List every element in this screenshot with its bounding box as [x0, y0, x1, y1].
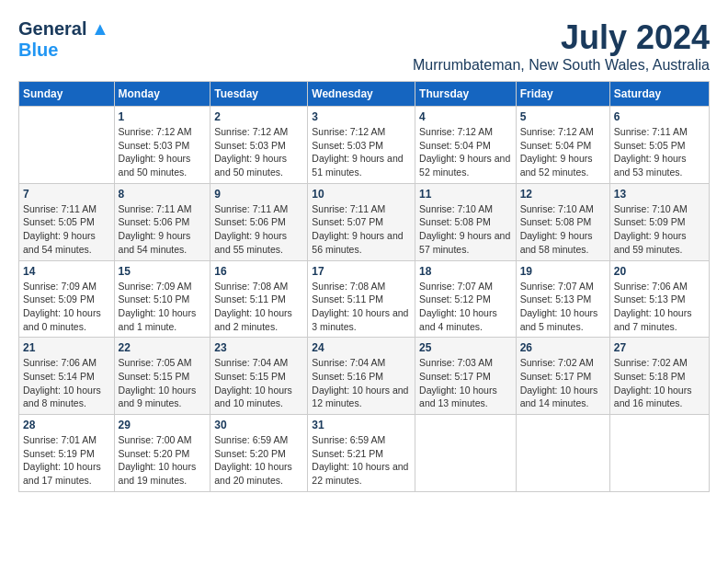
day-number: 31 [312, 419, 411, 431]
day-info: Sunrise: 7:07 AMSunset: 5:13 PMDaylight:… [520, 280, 606, 334]
calendar-header-row: SundayMondayTuesdayWednesdayThursdayFrid… [19, 82, 710, 107]
day-info: Sunrise: 7:09 AMSunset: 5:10 PMDaylight:… [119, 280, 207, 334]
day-info: Sunrise: 7:00 AMSunset: 5:20 PMDaylight:… [119, 433, 207, 488]
location-subtitle: Murrumbateman, New South Wales, Australi… [413, 57, 710, 74]
calendar-cell: 19Sunrise: 7:07 AMSunset: 5:13 PMDayligh… [516, 260, 609, 338]
logo-general: General [18, 18, 86, 39]
calendar-cell: 30Sunrise: 6:59 AMSunset: 5:20 PMDayligh… [210, 415, 308, 492]
day-number: 5 [520, 110, 606, 123]
day-number: 22 [119, 341, 207, 354]
day-number: 9 [214, 188, 303, 201]
day-number: 4 [419, 110, 512, 123]
calendar-cell: 31Sunrise: 6:59 AMSunset: 5:21 PMDayligh… [308, 415, 415, 492]
calendar-week-row: 21Sunrise: 7:06 AMSunset: 5:14 PMDayligh… [19, 338, 710, 415]
calendar-cell: 22Sunrise: 7:05 AMSunset: 5:15 PMDayligh… [114, 338, 210, 415]
column-header-thursday: Thursday [415, 82, 517, 107]
calendar-cell: 8Sunrise: 7:11 AMSunset: 5:06 PMDaylight… [114, 183, 210, 260]
logo-blue: Blue [18, 40, 58, 60]
column-header-sunday: Sunday [19, 82, 115, 107]
calendar-cell: 14Sunrise: 7:09 AMSunset: 5:09 PMDayligh… [19, 260, 115, 338]
day-info: Sunrise: 7:07 AMSunset: 5:12 PMDaylight:… [419, 280, 512, 334]
day-info: Sunrise: 7:02 AMSunset: 5:18 PMDaylight:… [614, 356, 705, 410]
day-number: 18 [419, 265, 512, 278]
day-number: 1 [119, 110, 207, 123]
calendar-cell [609, 415, 709, 492]
calendar-cell: 28Sunrise: 7:01 AMSunset: 5:19 PMDayligh… [19, 415, 115, 492]
calendar-cell: 21Sunrise: 7:06 AMSunset: 5:14 PMDayligh… [19, 338, 115, 415]
column-header-wednesday: Wednesday [308, 82, 415, 107]
day-number: 12 [520, 188, 606, 201]
calendar-cell: 9Sunrise: 7:11 AMSunset: 5:06 PMDaylight… [210, 183, 308, 260]
calendar-cell: 1Sunrise: 7:12 AMSunset: 5:03 PMDaylight… [114, 107, 210, 184]
day-number: 13 [614, 188, 705, 201]
calendar-cell: 24Sunrise: 7:04 AMSunset: 5:16 PMDayligh… [308, 338, 415, 415]
calendar-cell: 25Sunrise: 7:03 AMSunset: 5:17 PMDayligh… [415, 338, 517, 415]
day-info: Sunrise: 7:06 AMSunset: 5:14 PMDaylight:… [23, 356, 110, 410]
calendar-cell: 5Sunrise: 7:12 AMSunset: 5:04 PMDaylight… [516, 107, 609, 184]
calendar-cell: 16Sunrise: 7:08 AMSunset: 5:11 PMDayligh… [210, 260, 308, 338]
calendar-cell: 11Sunrise: 7:10 AMSunset: 5:08 PMDayligh… [415, 183, 517, 260]
day-info: Sunrise: 7:04 AMSunset: 5:15 PMDaylight:… [214, 356, 303, 410]
calendar-cell: 2Sunrise: 7:12 AMSunset: 5:03 PMDaylight… [210, 107, 308, 184]
day-info: Sunrise: 7:04 AMSunset: 5:16 PMDaylight:… [312, 356, 411, 410]
day-number: 6 [614, 110, 705, 123]
calendar-cell: 26Sunrise: 7:02 AMSunset: 5:17 PMDayligh… [516, 338, 609, 415]
calendar-cell [19, 107, 115, 184]
day-number: 15 [119, 265, 207, 278]
calendar-week-row: 14Sunrise: 7:09 AMSunset: 5:09 PMDayligh… [19, 260, 710, 338]
day-number: 27 [614, 341, 705, 354]
calendar-table: SundayMondayTuesdayWednesdayThursdayFrid… [18, 81, 710, 492]
day-info: Sunrise: 7:11 AMSunset: 5:07 PMDaylight:… [312, 202, 411, 257]
calendar-cell: 29Sunrise: 7:00 AMSunset: 5:20 PMDayligh… [114, 415, 210, 492]
logo-bird-icon: ▲ [91, 18, 109, 39]
day-info: Sunrise: 6:59 AMSunset: 5:21 PMDaylight:… [312, 433, 411, 488]
logo: General ▲ Blue [18, 18, 109, 61]
day-number: 7 [23, 188, 110, 201]
day-number: 30 [214, 419, 303, 431]
day-number: 23 [214, 341, 303, 354]
day-number: 8 [119, 188, 207, 201]
calendar-cell [415, 415, 517, 492]
day-number: 26 [520, 341, 606, 354]
calendar-cell: 12Sunrise: 7:10 AMSunset: 5:08 PMDayligh… [516, 183, 609, 260]
day-info: Sunrise: 7:10 AMSunset: 5:08 PMDaylight:… [520, 202, 606, 257]
day-info: Sunrise: 7:08 AMSunset: 5:11 PMDaylight:… [312, 280, 411, 334]
calendar-cell: 4Sunrise: 7:12 AMSunset: 5:04 PMDaylight… [415, 107, 517, 184]
day-info: Sunrise: 7:05 AMSunset: 5:15 PMDaylight:… [119, 356, 207, 410]
day-number: 29 [119, 419, 207, 431]
day-info: Sunrise: 7:12 AMSunset: 5:04 PMDaylight:… [520, 125, 606, 179]
day-number: 17 [312, 265, 411, 278]
calendar-week-row: 28Sunrise: 7:01 AMSunset: 5:19 PMDayligh… [19, 415, 710, 492]
day-number: 28 [23, 419, 110, 431]
day-number: 2 [214, 110, 303, 123]
calendar-cell: 18Sunrise: 7:07 AMSunset: 5:12 PMDayligh… [415, 260, 517, 338]
day-info: Sunrise: 7:03 AMSunset: 5:17 PMDaylight:… [419, 356, 512, 410]
column-header-tuesday: Tuesday [210, 82, 308, 107]
calendar-cell: 10Sunrise: 7:11 AMSunset: 5:07 PMDayligh… [308, 183, 415, 260]
day-info: Sunrise: 7:06 AMSunset: 5:13 PMDaylight:… [614, 280, 705, 334]
calendar-cell: 13Sunrise: 7:10 AMSunset: 5:09 PMDayligh… [609, 183, 709, 260]
day-number: 20 [614, 265, 705, 278]
column-header-saturday: Saturday [609, 82, 709, 107]
calendar-week-row: 7Sunrise: 7:11 AMSunset: 5:05 PMDaylight… [19, 183, 710, 260]
day-info: Sunrise: 7:11 AMSunset: 5:05 PMDaylight:… [614, 125, 705, 179]
day-info: Sunrise: 7:10 AMSunset: 5:09 PMDaylight:… [614, 202, 705, 257]
calendar-cell: 23Sunrise: 7:04 AMSunset: 5:15 PMDayligh… [210, 338, 308, 415]
day-number: 10 [312, 188, 411, 201]
day-info: Sunrise: 7:11 AMSunset: 5:06 PMDaylight:… [214, 202, 303, 257]
day-number: 21 [23, 341, 110, 354]
day-info: Sunrise: 7:02 AMSunset: 5:17 PMDaylight:… [520, 356, 606, 410]
calendar-cell: 17Sunrise: 7:08 AMSunset: 5:11 PMDayligh… [308, 260, 415, 338]
day-info: Sunrise: 7:08 AMSunset: 5:11 PMDaylight:… [214, 280, 303, 334]
month-year-title: July 2024 [413, 18, 710, 57]
column-header-monday: Monday [114, 82, 210, 107]
day-info: Sunrise: 7:12 AMSunset: 5:03 PMDaylight:… [214, 125, 303, 179]
calendar-cell: 7Sunrise: 7:11 AMSunset: 5:05 PMDaylight… [19, 183, 115, 260]
calendar-cell: 20Sunrise: 7:06 AMSunset: 5:13 PMDayligh… [609, 260, 709, 338]
calendar-week-row: 1Sunrise: 7:12 AMSunset: 5:03 PMDaylight… [19, 107, 710, 184]
column-header-friday: Friday [516, 82, 609, 107]
day-info: Sunrise: 7:11 AMSunset: 5:06 PMDaylight:… [119, 202, 207, 257]
day-number: 25 [419, 341, 512, 354]
day-number: 16 [214, 265, 303, 278]
calendar-cell: 15Sunrise: 7:09 AMSunset: 5:10 PMDayligh… [114, 260, 210, 338]
